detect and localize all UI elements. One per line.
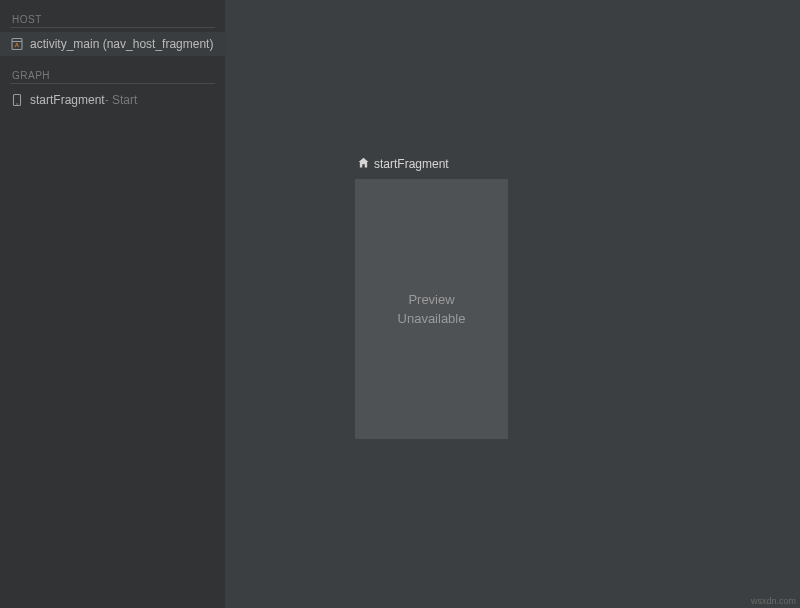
destination-startfragment[interactable]: startFragment Preview Unavailable [355,155,508,439]
sidebar: HOST A activity_main (nav_host_fragment)… [0,0,225,608]
layout-icon: A [10,37,24,51]
preview-line1: Preview [408,292,454,307]
destination-header: startFragment [355,155,508,173]
home-icon [357,155,370,173]
host-item-label: activity_main (nav_host_fragment) [30,37,213,51]
preview-line2: Unavailable [398,311,466,326]
divider [10,83,215,84]
host-item-activity-main[interactable]: A activity_main (nav_host_fragment) [0,32,225,56]
svg-text:A: A [15,42,20,48]
graph-section-header: GRAPH [0,66,225,83]
divider [10,27,215,28]
phone-icon [10,93,24,107]
host-section-header: HOST [0,10,225,27]
watermark: wsxdn.com [751,596,796,606]
preview-box: Preview Unavailable [355,179,508,439]
graph-item-suffix: - Start [105,93,138,107]
svg-point-4 [16,103,17,104]
navigation-canvas[interactable]: startFragment Preview Unavailable [225,0,800,608]
preview-unavailable-text: Preview Unavailable [398,290,466,329]
graph-item-label: startFragment [30,93,105,107]
destination-title: startFragment [374,157,449,171]
graph-item-startfragment[interactable]: startFragment - Start [0,88,225,112]
